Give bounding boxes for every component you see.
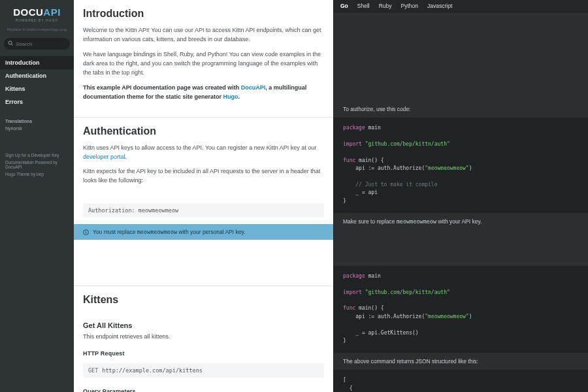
intro-p2: We have language bindings in Shell, Ruby… xyxy=(83,50,324,78)
sidebar-footer: Sign Up for a Developer Key Documentatio… xyxy=(0,152,74,184)
translations-block: Translations Nynorsk xyxy=(0,118,74,132)
intro-p1: Welcome to the Kittn API! You can use ou… xyxy=(83,26,324,44)
footer-link-signup[interactable]: Sign Up for a Developer Key xyxy=(5,152,69,159)
search-icon xyxy=(8,41,13,47)
docs-column: Introduction Welcome to the Kittn API! Y… xyxy=(74,0,333,392)
logo-text-main: DOCU xyxy=(13,7,43,18)
tab-ruby[interactable]: Ruby xyxy=(379,3,392,9)
code-block-auth: package main import "github.com/bep/kitt… xyxy=(334,118,588,213)
search-input[interactable] xyxy=(16,41,66,47)
kittens-desc: This endpoint retrieves all kittens. xyxy=(74,333,333,344)
link-developer-portal[interactable]: developer portal xyxy=(83,154,125,160)
content-area: Introduction Welcome to the Kittn API! Y… xyxy=(74,0,588,392)
code-block-kittens: package main import "github.com/bep/kitt… xyxy=(334,266,588,353)
intro-p3: This example API documentation page was … xyxy=(83,84,324,102)
nav-item-introduction[interactable]: Introduction xyxy=(0,56,74,69)
logo-text-accent: API xyxy=(43,7,61,18)
tab-javascript[interactable]: Javascript xyxy=(427,3,452,9)
heading-introduction: Introduction xyxy=(74,0,333,26)
code-column: Go Shell Ruby Python Javascript To autho… xyxy=(333,0,588,392)
sidebar: DOCUAPI POWERED BY HUGO Replace in /stat… xyxy=(0,0,74,392)
code-json-note: The above command returns JSON structure… xyxy=(334,353,588,370)
link-hugo[interactable]: Hugo xyxy=(223,93,238,100)
subheading-get-all-kittens: Get All Kittens xyxy=(74,312,333,333)
footer-link-theme[interactable]: Hugo Theme by bep xyxy=(5,171,69,178)
nav-item-kittens[interactable]: Kittens xyxy=(0,82,74,95)
logo-subtitle: POWERED BY HUGO xyxy=(4,18,70,22)
logo-path-note: Replace in /static/images/logo.png xyxy=(4,27,70,31)
auth-banner-code: meowmeowmeow xyxy=(137,229,177,235)
sidebar-nav: Introduction Authentication Kittens Erro… xyxy=(0,56,74,108)
code-auth-note: To authorize, use this code: xyxy=(334,101,588,118)
http-url: http://example.com/api/kittens xyxy=(102,367,203,374)
translations-heading: Translations xyxy=(5,118,69,125)
svg-rect-3 xyxy=(86,231,86,233)
auth-p1: Kittn uses API keys to allow access to t… xyxy=(83,144,324,162)
code-auth-after-note: Make sure to replace meowmeowmeow with y… xyxy=(334,213,588,230)
http-request-line: GEThttp://example.com/api/kittens xyxy=(83,363,324,378)
section-kittens: Kittens Get All Kittens This endpoint re… xyxy=(74,286,333,392)
http-verb: GET xyxy=(88,367,98,374)
nav-item-errors[interactable]: Errors xyxy=(0,95,74,108)
tab-shell[interactable]: Shell xyxy=(357,3,370,9)
link-docuapi[interactable]: DocuAPI xyxy=(241,84,266,91)
section-introduction: Introduction Welcome to the Kittn API! Y… xyxy=(74,0,333,117)
section-authentication: Authentication Kittn uses API keys to al… xyxy=(74,117,333,286)
translation-link[interactable]: Nynorsk xyxy=(5,125,69,132)
auth-p2: Kittn expects for the API key to be incl… xyxy=(83,167,324,186)
footer-link-docuapi[interactable]: Documentation Powered by DocuAPI xyxy=(5,159,69,171)
search-input-wrapper[interactable] xyxy=(4,38,70,50)
tab-python[interactable]: Python xyxy=(401,3,418,9)
query-params-heading: Query Parameters xyxy=(74,382,333,392)
logo-block: DOCUAPI POWERED BY HUGO Replace in /stat… xyxy=(0,0,74,34)
svg-rect-4 xyxy=(86,231,86,231)
logo: DOCUAPI xyxy=(4,7,70,18)
heading-kittens: Kittens xyxy=(74,286,333,312)
code-block-json: [ { "id": 1, "name": "Fluffums", "breed"… xyxy=(334,370,588,392)
svg-point-0 xyxy=(8,41,12,44)
auth-warning-banner: You must replace meowmeowmeow with your … xyxy=(74,224,333,240)
tab-go[interactable]: Go xyxy=(340,3,348,9)
http-request-heading: HTTP Request xyxy=(74,344,333,359)
heading-authentication: Authentication xyxy=(74,118,333,144)
svg-line-1 xyxy=(12,44,13,46)
language-tabs: Go Shell Ruby Python Javascript xyxy=(334,0,588,12)
info-icon xyxy=(83,229,89,235)
nav-item-authentication[interactable]: Authentication xyxy=(0,69,74,82)
auth-header-example: Authorization: meowmeowmeow xyxy=(83,203,324,218)
